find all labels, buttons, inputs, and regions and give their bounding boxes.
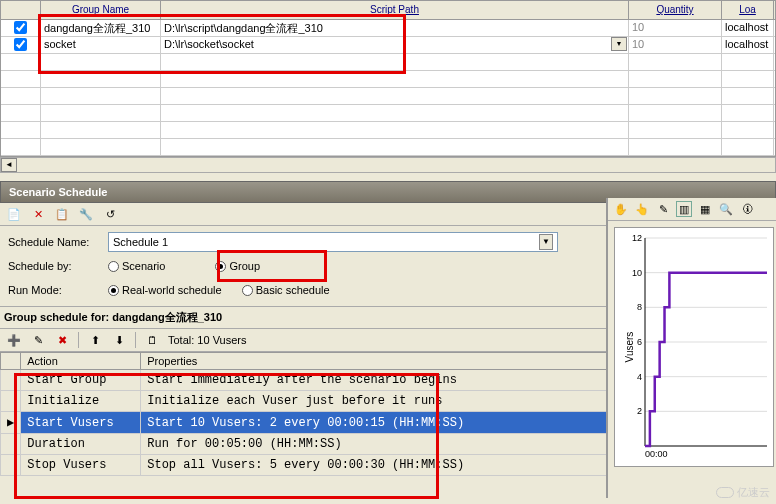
cell-path[interactable]: D:\lr\socket\socket▼ [161,37,629,53]
chart-panel: ✋ 👆 ✎ ▥ ▦ 🔍 🛈 Vusers 2468101200:00 [606,198,776,498]
move-up-icon[interactable]: ⬆ [87,332,103,348]
radio-scenario[interactable]: Scenario [108,260,165,272]
point-icon[interactable]: 👆 [634,201,650,217]
delete-icon[interactable]: ✕ [30,206,46,222]
cell-action: Initialize [21,391,141,412]
cell-group[interactable]: socket [41,37,161,53]
grid-row-empty [1,54,775,71]
header-group-name[interactable]: Group Name [41,1,161,19]
hand-icon[interactable]: ✋ [613,201,629,217]
cell-load[interactable]: localhost [722,37,774,53]
row-marker: ▶ [1,412,21,434]
run-mode-label: Run Mode: [8,284,108,296]
schedule-name-value: Schedule 1 [113,236,168,248]
svg-text:00:00: 00:00 [645,449,668,459]
info-icon[interactable]: 🛈 [739,201,755,217]
svg-text:10: 10 [632,268,642,278]
grid-row[interactable]: dangdang全流程_310D:\lr\script\dangdang全流程_… [1,20,775,37]
grid-row-empty [1,139,775,156]
total-vusers: Total: 10 Vusers [168,334,246,346]
header-checkbox-col[interactable] [1,1,41,19]
grid-icon[interactable]: ▦ [697,201,713,217]
delete-action-icon[interactable]: ✖ [54,332,70,348]
cloud-icon [716,487,734,498]
radio-basic[interactable]: Basic schedule [242,284,330,296]
row-marker [1,391,21,412]
rename-icon[interactable]: 🔧 [78,206,94,222]
svg-text:6: 6 [637,337,642,347]
dropdown-arrow-icon[interactable]: ▼ [539,234,553,250]
bar-chart-icon[interactable]: ▥ [676,201,692,217]
svg-text:12: 12 [632,233,642,243]
scroll-left-icon[interactable]: ◄ [1,158,17,172]
grid-row[interactable]: socketD:\lr\socket\socket▼10localhost [1,37,775,54]
header-script-path[interactable]: Script Path [161,1,629,19]
cell-qty[interactable]: 10 [629,20,722,36]
chart-toolbar: ✋ 👆 ✎ ▥ ▦ 🔍 🛈 [608,198,776,221]
cell-action: Start Vusers [21,412,141,434]
reset-icon[interactable]: ↺ [102,206,118,222]
path-dropdown-icon[interactable]: ▼ [611,37,627,51]
schedule-name-label: Schedule Name: [8,236,108,248]
move-down-icon[interactable]: ⬇ [111,332,127,348]
schedule-by-label: Schedule by: [8,260,108,272]
cell-action: Stop Vusers [21,455,141,476]
schedule-name-select[interactable]: Schedule 1 ▼ [108,232,558,252]
row-marker [1,455,21,476]
radio-realworld[interactable]: Real-world schedule [108,284,222,296]
grid-row-empty [1,88,775,105]
radio-group[interactable]: Group [215,260,260,272]
action-header[interactable]: Action [21,353,141,370]
header-quantity[interactable]: Quantity [629,1,722,19]
copy-icon[interactable]: 📋 [54,206,70,222]
new-icon[interactable]: 📄 [6,206,22,222]
grid-row-empty [1,71,775,88]
zoom-icon[interactable]: 🔍 [718,201,734,217]
svg-text:8: 8 [637,302,642,312]
row-checkbox[interactable] [14,21,27,34]
svg-text:2: 2 [637,406,642,416]
cell-action: Duration [21,434,141,455]
row-marker-header [1,353,21,370]
script-grid: Group Name Script Path Quantity Loa dang… [0,0,776,157]
vusers-chart: Vusers 2468101200:00 [614,227,774,467]
grid-row-empty [1,105,775,122]
row-marker [1,434,21,455]
chart-svg: 2468101200:00 [615,228,773,466]
cell-qty[interactable]: 10 [629,37,722,53]
edit-action-icon[interactable]: ✎ [30,332,46,348]
spreadsheet-icon[interactable]: 🗒 [144,332,160,348]
row-marker [1,370,21,391]
grid-header: Group Name Script Path Quantity Loa [1,1,775,20]
cell-action: Start Group [21,370,141,391]
grid-row-empty [1,122,775,139]
cell-path[interactable]: D:\lr\script\dangdang全流程_310 [161,20,629,36]
svg-text:4: 4 [637,372,642,382]
cell-group[interactable]: dangdang全流程_310 [41,20,161,36]
watermark: 亿速云 [716,485,770,500]
cell-load[interactable]: localhost [722,20,774,36]
chart-ylabel: Vusers [624,332,635,363]
header-load[interactable]: Loa [722,1,774,19]
row-checkbox[interactable] [14,38,27,51]
pencil-icon[interactable]: ✎ [655,201,671,217]
add-action-icon[interactable]: ➕ [6,332,22,348]
horizontal-scrollbar[interactable]: ◄ [0,157,776,173]
